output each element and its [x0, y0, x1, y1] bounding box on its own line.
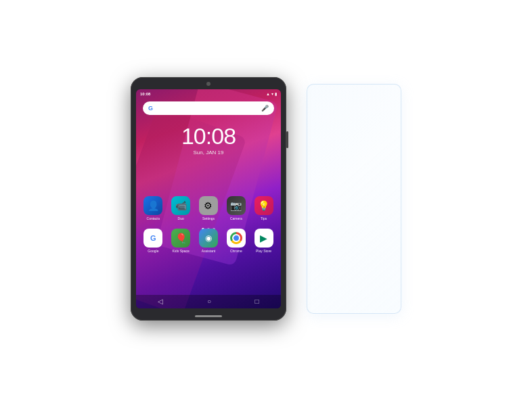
home-bar	[195, 315, 222, 317]
wifi-icon: ▾	[271, 91, 273, 96]
app-settings[interactable]: ⚙ Settings	[196, 196, 221, 220]
settings-label: Settings	[202, 216, 215, 220]
camera-label: Camera	[230, 216, 242, 220]
contacts-label: Contacts	[147, 216, 160, 220]
tablet-body: 10:08 ▲ ▾ ▮ G 🎤 10:08	[131, 77, 286, 321]
chrome-label: Chrome	[230, 249, 242, 253]
google-logo: G	[148, 105, 153, 112]
home-button[interactable]: ○	[207, 298, 211, 305]
app-tips[interactable]: 💡 Tips	[252, 196, 276, 220]
google-icon: G	[143, 229, 162, 248]
signal-icon: ▲	[266, 92, 270, 96]
tips-icon: 💡	[254, 196, 273, 215]
settings-icon: ⚙	[199, 196, 218, 215]
app-row-2: G Google 🎈 Kids Space ◉ Assistant	[136, 229, 281, 253]
kids-space-label: Kids Space	[173, 249, 190, 253]
assistant-label: Assistant	[202, 249, 215, 253]
battery-icon: ▮	[275, 91, 277, 96]
mic-icon: 🎤	[261, 105, 269, 112]
tablet-screen: 10:08 ▲ ▾ ▮ G 🎤 10:08	[136, 89, 281, 308]
clock-date: Sun, JAN 19	[136, 149, 281, 156]
front-camera	[206, 82, 210, 86]
chrome-icon	[227, 229, 246, 248]
navigation-bar: ◁ ○ □	[136, 295, 281, 308]
status-time: 10:08	[140, 92, 150, 96]
play-store-label: Play Store	[256, 249, 271, 253]
app-chrome[interactable]: Chrome	[224, 229, 248, 253]
back-button[interactable]: ◁	[158, 298, 163, 305]
tips-label: Tips	[261, 216, 267, 220]
app-row-1: 👤 Contacts 📹 Duo ⚙ Settings 📷	[136, 196, 281, 220]
assistant-icon: ◉	[199, 229, 218, 248]
clock-time: 10:08	[136, 124, 281, 147]
duo-label: Duo	[178, 216, 184, 220]
app-google[interactable]: G Google	[141, 229, 165, 253]
status-icons: ▲ ▾ ▮	[266, 91, 277, 96]
tablet-device: 10:08 ▲ ▾ ▮ G 🎤 10:08	[131, 77, 286, 321]
app-play-store[interactable]: ▶ Play Store	[252, 229, 276, 253]
screen-protector	[307, 84, 401, 314]
app-contacts[interactable]: 👤 Contacts	[141, 196, 165, 220]
google-label: Google	[148, 249, 158, 253]
camera-icon: 📷	[227, 196, 246, 215]
status-bar: 10:08 ▲ ▾ ▮	[136, 89, 281, 99]
app-camera[interactable]: 📷 Camera	[224, 196, 248, 220]
duo-icon: 📹	[171, 196, 190, 215]
google-search-bar[interactable]: G 🎤	[143, 101, 274, 115]
clock-display: 10:08 Sun, JAN 19	[136, 124, 281, 156]
play-store-icon: ▶	[254, 229, 273, 248]
kids-space-icon: 🎈	[171, 229, 190, 248]
recent-button[interactable]: □	[255, 298, 259, 305]
wallpaper: 10:08 ▲ ▾ ▮ G 🎤 10:08	[136, 89, 281, 308]
app-kids-space[interactable]: 🎈 Kids Space	[169, 229, 193, 253]
contacts-icon: 👤	[143, 196, 162, 215]
product-page: 10:08 ▲ ▾ ▮ G 🎤 10:08	[0, 0, 532, 397]
app-duo[interactable]: 📹 Duo	[169, 196, 193, 220]
app-assistant[interactable]: ◉ Assistant	[196, 229, 221, 253]
side-button	[286, 131, 288, 148]
